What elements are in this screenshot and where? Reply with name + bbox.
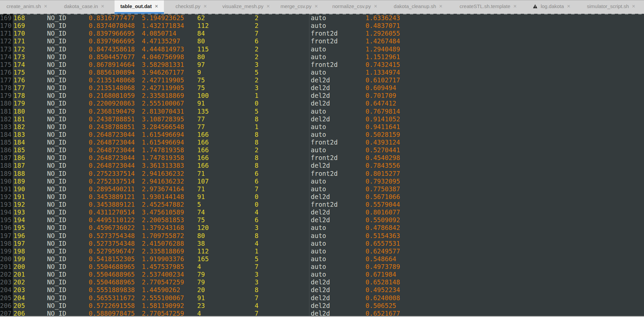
cell-label: NO_ID [46, 162, 88, 169]
cell-tag: del2d [308, 115, 365, 123]
close-icon[interactable]: × [266, 3, 270, 9]
cell-value-2: 1.615496694 [141, 131, 197, 138]
cell-label: NO_ID [46, 154, 88, 162]
close-icon[interactable]: × [204, 3, 207, 9]
table-row: 175 174 NO_ID 0.8678914664 3.582981331 9… [0, 61, 644, 69]
cell-value-2: 3.946267177 [141, 69, 197, 76]
line-number: 198 [0, 240, 13, 247]
cell-value-2: 4.046756998 [141, 53, 197, 61]
tab-normalize_csv.py[interactable]: normalize_csv.py × [325, 0, 385, 14]
cell-id: 188 [13, 170, 46, 177]
tab-simulator_script.sh[interactable]: simulator_script.sh × [578, 0, 644, 14]
close-icon[interactable]: × [155, 3, 158, 9]
close-icon[interactable]: × [101, 3, 104, 9]
cell-int-2: 2 [254, 76, 308, 84]
cell-int-1: 166 [197, 131, 254, 138]
table-row: 203 202 NO_ID 0.5504688965 2.770547259 7… [0, 278, 644, 286]
cell-label: NO_ID [46, 201, 88, 208]
tab-checkstl.py[interactable]: checkstl.py × [164, 0, 218, 14]
cell-id: 206 [13, 310, 46, 316]
cell-value-1: 0.8397966695 [88, 37, 141, 45]
cell-value-3: 0.5579044 [365, 201, 644, 208]
cell-label: NO_ID [46, 247, 88, 255]
cell-value-3: 1.6336243 [365, 14, 644, 22]
editor-area[interactable]: 169 168 NO_ID 0.8316777477 5.194923625 6… [0, 14, 644, 316]
tab-log.dakota[interactable]: log.dakota × [525, 0, 578, 14]
table-row: 184 183 NO_ID 0.2648723044 1.615496694 1… [0, 131, 644, 138]
close-icon[interactable]: × [314, 3, 318, 9]
line-number: 180 [0, 100, 13, 107]
close-icon[interactable]: × [513, 3, 517, 9]
tab-visualize_mesh.py[interactable]: visualize_mesh.py × [218, 0, 274, 14]
close-icon[interactable]: × [567, 3, 570, 9]
cell-value-1: 0.8504457677 [88, 53, 141, 61]
cell-int-2: 6 [254, 177, 308, 185]
cell-label: NO_ID [46, 263, 88, 271]
cell-value-1: 0.4596736022 [88, 224, 141, 232]
close-icon[interactable]: × [44, 3, 47, 9]
cell-value-1: 0.5279596747 [88, 247, 141, 255]
close-icon[interactable]: × [439, 3, 442, 9]
cell-value-2: 4.47135297 [141, 37, 197, 45]
cell-value-1: 0.2135148068 [88, 84, 141, 92]
cell-value-2: 1.615496694 [141, 138, 197, 146]
line-number: 199 [0, 247, 13, 255]
cell-id: 203 [13, 286, 46, 294]
cell-value-3: 0.4393124 [365, 138, 644, 146]
cell-id: 190 [13, 185, 46, 193]
tab-label: log.dakota [541, 3, 564, 9]
line-number: 188 [0, 162, 13, 169]
tab-merge_csv.py[interactable]: merge_csv.py × [274, 0, 325, 14]
cell-value-2: 2.537400234 [141, 271, 197, 278]
tab-dakota_case.in[interactable]: dakota_case.in × [54, 0, 115, 14]
close-icon[interactable]: × [374, 3, 377, 9]
cell-value-3: 0.671984 [365, 271, 644, 278]
cell-label: NO_ID [46, 30, 88, 37]
close-icon[interactable]: × [632, 3, 635, 9]
cell-int-2: 2 [254, 22, 308, 30]
cell-value-1: 0.5880978475 [88, 310, 141, 316]
line-number: 181 [0, 108, 13, 115]
cell-value-3: 0.609494 [365, 84, 644, 92]
table-row: 181 180 NO_ID 0.2368190479 2.813070431 1… [0, 108, 644, 115]
cell-value-3: 1.2940489 [365, 45, 644, 53]
cell-int-1: 100 [197, 92, 254, 100]
cell-value-3: 0.8016077 [365, 208, 644, 216]
cell-value-1: 0.5273754348 [88, 240, 141, 247]
cell-value-1: 0.2438788851 [88, 115, 141, 123]
cell-id: 172 [13, 45, 46, 53]
cell-int-1: 38 [197, 240, 254, 247]
line-number: 174 [0, 53, 13, 61]
table-row: 207 206 NO_ID 0.5880978475 2.770547259 4… [0, 310, 644, 316]
cell-id: 192 [13, 201, 46, 208]
tab-label: visualize_mesh.py [222, 3, 264, 9]
tab-createSTL.sh.template[interactable]: createSTL.sh.template × [451, 0, 525, 14]
cell-value-1: 0.5418152305 [88, 255, 141, 263]
cell-label: NO_ID [46, 108, 88, 115]
cell-value-3: 0.5154363 [365, 232, 644, 240]
cell-int-2: 8 [254, 154, 308, 162]
cell-int-1: 79 [197, 271, 254, 278]
cell-tag: front2d [308, 61, 365, 69]
cell-id: 170 [13, 30, 46, 37]
cell-value-2: 3.582981331 [141, 61, 197, 69]
cell-label: NO_ID [46, 286, 88, 294]
cell-id: 189 [13, 177, 46, 185]
line-number: 194 [0, 208, 13, 216]
line-number: 171 [0, 30, 13, 37]
line-number: 186 [0, 146, 13, 154]
cell-id: 181 [13, 115, 46, 123]
cell-int-1: 135 [197, 108, 254, 115]
table-row: 187 186 NO_ID 0.2648723044 1.747819358 1… [0, 154, 644, 162]
tab-dakota_cleanup.sh[interactable]: dakota_cleanup.sh × [385, 0, 451, 14]
tab-create_anim.sh[interactable]: create_anim.sh × [0, 0, 54, 14]
line-number: 185 [0, 138, 13, 146]
cell-int-2: 2 [254, 53, 308, 61]
table-row: 178 177 NO_ID 0.2135148068 2.427119905 7… [0, 84, 644, 92]
line-number: 201 [0, 263, 13, 271]
cell-int-2: 3 [254, 224, 308, 232]
line-number: 195 [0, 216, 13, 224]
cell-tag: auto [308, 146, 365, 154]
tab-table_out.dat[interactable]: table_out.dat × [115, 0, 164, 14]
cell-tag: del2d [308, 302, 365, 310]
